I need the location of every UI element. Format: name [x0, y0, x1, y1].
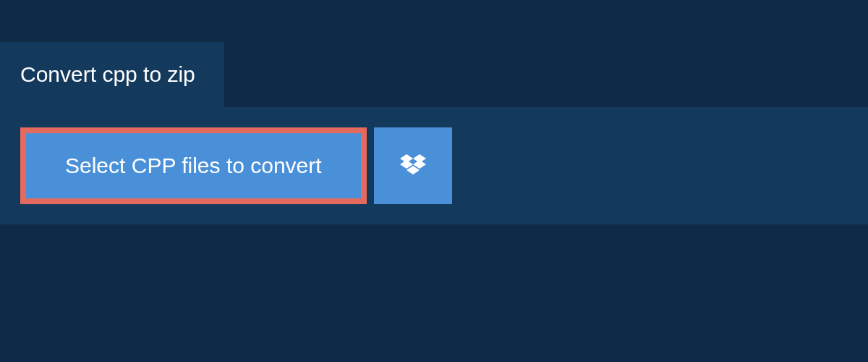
- dropbox-button[interactable]: [374, 127, 452, 204]
- select-files-button[interactable]: Select CPP files to convert: [20, 127, 367, 204]
- tab-title: Convert cpp to zip: [20, 62, 195, 86]
- conversion-panel: Select CPP files to convert: [0, 107, 868, 224]
- select-files-label: Select CPP files to convert: [65, 153, 322, 178]
- tab-header: Convert cpp to zip: [0, 42, 224, 107]
- dropbox-icon: [400, 154, 426, 177]
- action-row: Select CPP files to convert: [20, 127, 868, 204]
